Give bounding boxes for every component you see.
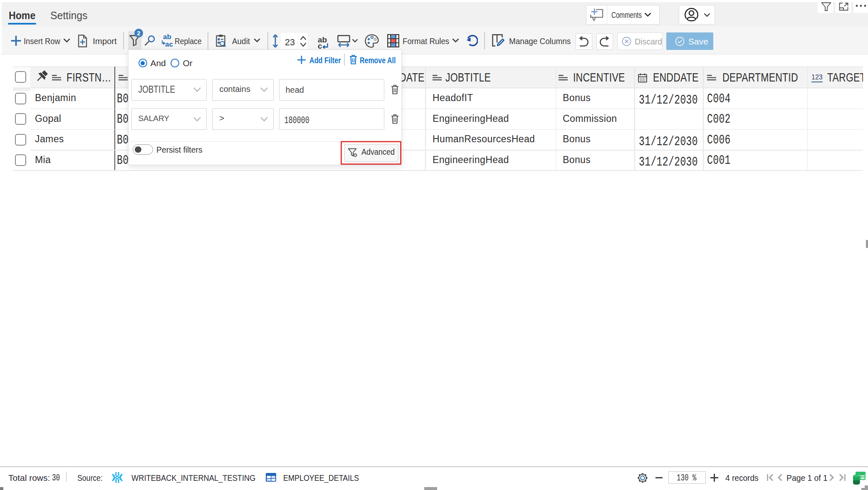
svg-text:c: c [318, 42, 322, 49]
svg-text:ab: ab [163, 33, 171, 41]
svg-text:ac: ac [165, 40, 173, 48]
